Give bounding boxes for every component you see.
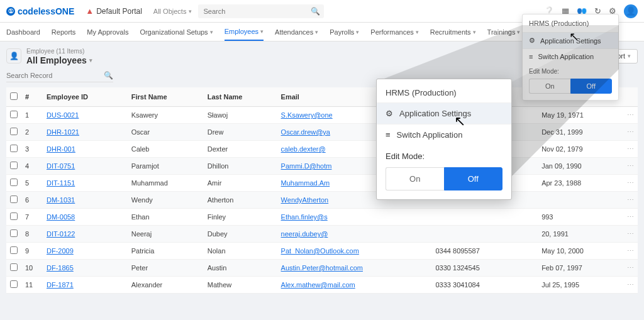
cell-num: 7 [21, 209, 43, 226]
email-link[interactable]: WendyAtherton [281, 196, 329, 204]
employee-id-link[interactable]: DIT-0122 [47, 230, 75, 238]
table-row[interactable]: 4DIT-0751ParamjotDhillonPammi.D@hotmJan … [6, 158, 638, 175]
switch-app-item[interactable]: ≡ Switch Application [523, 48, 618, 64]
table-row[interactable]: 11DF-1871AlexanderMathewAlex.mathew@mail… [6, 277, 638, 294]
email-link[interactable]: Pat_Nolan@Outlook.com [281, 247, 359, 255]
row-checkbox[interactable] [10, 111, 18, 118]
chevron-down-icon: ▾ [260, 28, 264, 35]
email-link[interactable]: Oscar.drew@ya [281, 128, 330, 136]
employee-id-link[interactable]: DF-2009 [47, 247, 74, 255]
employee-id-link[interactable]: DM-0058 [47, 213, 75, 221]
avatar[interactable]: 👤 [624, 4, 638, 18]
all-objects-dropdown[interactable]: All Objects ▾ [153, 8, 192, 15]
nav-dashboard[interactable]: Dashboard [6, 24, 40, 40]
employee-id-link[interactable]: DF-1871 [47, 281, 74, 289]
table-row[interactable]: 6DM-1031WendyAthertonWendyAtherton⋯ [6, 192, 638, 209]
row-menu-icon[interactable]: ⋯ [623, 226, 638, 243]
email-link[interactable]: neeraj.dubey@ [281, 230, 328, 238]
table-row[interactable]: 2DHR-1021OscarDrewOscar.drew@yaDec 31, 1… [6, 124, 638, 141]
row-menu-icon[interactable]: ⋯ [623, 141, 638, 158]
email-link[interactable]: Muhammad.Am [281, 179, 330, 187]
brand-logo[interactable]: ① codelessONE [6, 6, 74, 16]
nav-payrolls[interactable]: Payrolls▾ [330, 24, 359, 40]
toggle-on-lg[interactable]: On [386, 167, 444, 190]
row-checkbox[interactable] [10, 196, 18, 203]
app-settings-item[interactable]: ⚙ Application Settings [523, 32, 618, 48]
row-menu-icon[interactable]: ⋯ [623, 107, 638, 124]
row-menu-icon[interactable]: ⋯ [623, 209, 638, 226]
row-checkbox[interactable] [10, 212, 18, 220]
row-menu-icon[interactable]: ⋯ [623, 175, 638, 192]
email-link[interactable]: Austin.Peter@hotmail.com [281, 264, 363, 272]
nav-performances[interactable]: Performances▾ [370, 24, 418, 40]
employees-table: # Employee ID First Name Last Name Email… [6, 87, 638, 294]
search-icon: 🔍 [104, 71, 113, 80]
nav-employees[interactable]: Employees▾ [225, 23, 264, 41]
email-link[interactable]: Alex.mathew@mail.com [281, 281, 355, 289]
row-menu-icon[interactable]: ⋯ [623, 277, 638, 294]
table-row[interactable]: 8DIT-0122NeerajDubeyneeraj.dubey@20, 199… [6, 226, 638, 243]
row-checkbox[interactable] [10, 179, 18, 186]
cell-ln: Austin [204, 260, 277, 277]
row-checkbox[interactable] [10, 263, 18, 271]
select-all-checkbox[interactable] [10, 92, 18, 100]
cell-fn: Patricia [128, 243, 204, 260]
cell-num: 11 [21, 277, 43, 294]
table-row[interactable]: 1DUS-0021KsawerySławojS.Ksawery@one00442… [6, 107, 638, 124]
table-row[interactable]: 9DF-2009PatriciaNolanPat_Nolan@Outlook.c… [6, 243, 638, 260]
search-record-input[interactable] [6, 69, 113, 82]
portal-selector[interactable]: ▲ Default Portal [86, 6, 142, 16]
row-menu-icon[interactable]: ⋯ [623, 158, 638, 175]
employee-id-link[interactable]: DIT-1151 [47, 179, 75, 187]
employee-id-link[interactable]: DHR-1021 [47, 128, 79, 136]
employee-id-link[interactable]: DIT-0751 [47, 162, 75, 170]
row-checkbox[interactable] [10, 246, 18, 254]
employee-id-link[interactable]: DM-1031 [47, 196, 75, 204]
table-row[interactable]: 7DM-0058EthanFinleyEthan.finley@s993⋯ [6, 209, 638, 226]
employee-id-link[interactable]: DUS-0021 [47, 111, 79, 119]
row-checkbox[interactable] [10, 229, 18, 237]
row-menu-icon[interactable]: ⋯ [623, 243, 638, 260]
row-menu-icon[interactable]: ⋯ [623, 192, 638, 209]
cell-num: 2 [21, 124, 43, 141]
email-link[interactable]: Ethan.finley@s [281, 213, 328, 221]
col-num[interactable]: # [21, 87, 43, 107]
email-link[interactable]: Pammi.D@hotm [281, 162, 332, 170]
row-checkbox[interactable] [10, 145, 18, 152]
brand-name: codelessONE [18, 6, 74, 16]
app-settings-item-lg[interactable]: ⚙ Application Settings [377, 102, 511, 124]
row-checkbox[interactable] [10, 280, 18, 288]
row-menu-icon[interactable]: ⋯ [623, 124, 638, 141]
row-checkbox[interactable] [10, 162, 18, 169]
table-row[interactable]: 3DHR-001CalebDextercaleb.dexter@Nov 02, … [6, 141, 638, 158]
email-link[interactable]: S.Ksawery@one [281, 111, 333, 119]
employee-id-link[interactable]: DHR-001 [47, 145, 75, 153]
employee-id-link[interactable]: DF-1865 [47, 264, 74, 272]
row-checkbox[interactable] [10, 128, 18, 135]
nav-org-setups[interactable]: Organizational Setups▾ [140, 24, 213, 40]
page-title[interactable]: All Employees▾ [26, 55, 92, 65]
table-row[interactable]: 10DF-1865PeterAustinAustin.Peter@hotmail… [6, 260, 638, 277]
toggle-off-lg[interactable]: Off [444, 167, 503, 190]
cell-dob [538, 192, 623, 209]
nav-my-approvals[interactable]: My Approvals [87, 24, 128, 40]
cell-ln: Dhillon [204, 158, 277, 175]
global-search-input[interactable] [198, 4, 324, 18]
nav-trainings[interactable]: Trainings▾ [487, 24, 521, 40]
email-link[interactable]: caleb.dexter@ [281, 145, 326, 153]
page-subtitle: Employee (11 Items) [26, 48, 84, 55]
col-ln[interactable]: Last Name [204, 87, 277, 107]
table-row[interactable]: 5DIT-1151MuhammadAmirMuhammad.AmApr 23, … [6, 175, 638, 192]
switch-app-item-lg[interactable]: ≡ Switch Application [377, 124, 511, 145]
cell-dob: May 19, 1971 [538, 107, 623, 124]
col-fn[interactable]: First Name [128, 87, 204, 107]
toggle-off[interactable]: Off [570, 79, 613, 94]
cell-ln: Dexter [204, 141, 277, 158]
cell-dob: 20, 1991 [538, 226, 623, 243]
nav-reports[interactable]: Reports [52, 24, 76, 40]
nav-attendances[interactable]: Attendances▾ [275, 24, 318, 40]
nav-recruitments[interactable]: Recruitments▾ [430, 24, 476, 40]
col-eid[interactable]: Employee ID [43, 87, 128, 107]
row-menu-icon[interactable]: ⋯ [623, 260, 638, 277]
toggle-on[interactable]: On [529, 79, 570, 94]
